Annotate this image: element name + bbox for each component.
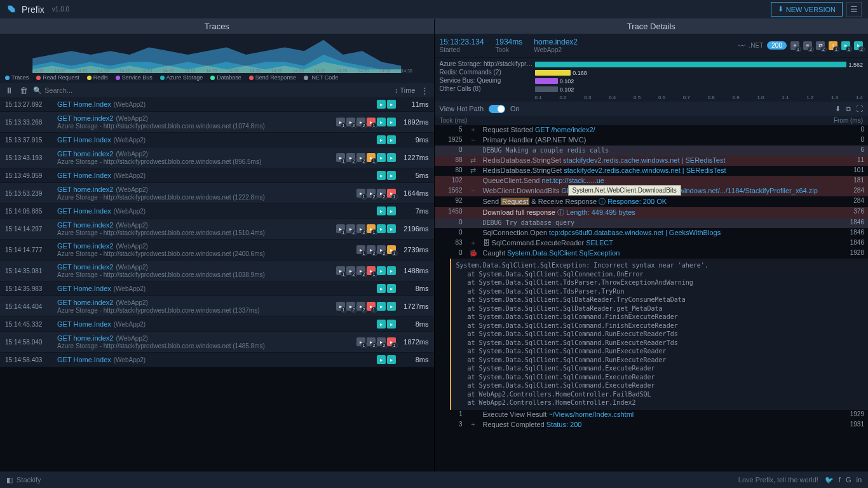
- detail-summary: 15:13:23.134Started 1934msTook home.inde…: [435, 34, 869, 58]
- trace-row[interactable]: 15:14:14.777 GET home.index2(WebApp2)Azu…: [0, 240, 434, 261]
- trace-duration: 7ms: [396, 207, 429, 215]
- trace-title: GET home.index2: [57, 242, 113, 250]
- trace-row[interactable]: 15:13:49.059 GET Home.Index(WebApp2) ▸▸ …: [0, 168, 434, 183]
- trace-row[interactable]: 15:13:27.892 GET Home.Index(WebApp2) ▸▸ …: [0, 97, 434, 112]
- hover-tooltip: System.Net.WebClient.DownloadBits: [568, 185, 681, 196]
- trace-row[interactable]: 15:13:33.268 GET home.index2(WebApp2)Azu…: [0, 112, 434, 133]
- sort-time-label[interactable]: ↕ Time: [395, 86, 415, 94]
- svg-text:14:20: 14:20: [249, 69, 261, 73]
- trace-duration: 8ms: [396, 320, 429, 328]
- chart-legend: TracesRead RequestRedisService BusAzure …: [5, 73, 429, 82]
- clear-button[interactable]: 🗑: [18, 85, 29, 97]
- bar-fill: [535, 86, 558, 92]
- trace-title: GET Home.Index: [57, 207, 111, 215]
- footer-tagline: Love Prefix, tell the world!: [738, 476, 818, 484]
- new-version-button[interactable]: ⬇ NEW VERSION: [771, 2, 843, 17]
- hotpath-toggle[interactable]: [489, 105, 505, 113]
- trace-badge-icon: ▸: [387, 320, 396, 329]
- trace-badge-icon: ▸1: [367, 302, 376, 311]
- trace-title: GET home.index2: [57, 221, 113, 229]
- event-row[interactable]: 1450Download full response ⓘ Length: 449…: [435, 207, 869, 218]
- copy-icon[interactable]: ⧉: [846, 105, 851, 113]
- event-row[interactable]: 5+Request Started GET /home/index2/0: [435, 125, 869, 135]
- trace-badge-icon: ▸2: [367, 189, 376, 198]
- svg-text:14:10: 14:10: [163, 69, 174, 73]
- trace-timestamp: 15:14:14.297: [5, 226, 57, 233]
- trace-subtitle: Azure Storage - http://stackifyprodwest.…: [57, 158, 336, 165]
- trace-app: (WebApp2): [116, 115, 147, 122]
- google-icon[interactable]: G: [846, 476, 851, 484]
- bar-label: Service Bus: Queuing: [440, 77, 535, 85]
- event-row[interactable]: 0DEBUG Making a couple redis calls6: [435, 146, 869, 156]
- trace-timestamp: 15:14:06.885: [5, 208, 57, 215]
- trace-duration: 1872ms: [396, 338, 429, 346]
- trace-title: GET home.index2: [57, 299, 113, 306]
- trace-timestamp: 15:14:35.983: [5, 285, 57, 292]
- expand-icon[interactable]: ⛶: [856, 105, 863, 113]
- pause-button[interactable]: ⏸: [4, 85, 15, 97]
- event-row[interactable]: 0🐞Caught System.Data.SqlClient.SqlExcept…: [435, 248, 869, 259]
- linkedin-icon[interactable]: in: [856, 476, 862, 484]
- events-list[interactable]: System.Net.WebClient.DownloadBits 5+Requ…: [435, 125, 869, 471]
- event-row[interactable]: 0SqlConnection.Open tcp:dpcs6tluf0.datab…: [435, 228, 869, 238]
- trace-title: GET home.index2: [57, 114, 113, 122]
- trace-row[interactable]: 15:14:35.983 GET Home.Index(WebApp2) ▸▸ …: [0, 281, 434, 296]
- trace-row[interactable]: 15:14:14.297 GET home.index2(WebApp2)Azu…: [0, 219, 434, 240]
- svg-text:14:00: 14:00: [32, 69, 44, 73]
- trace-row[interactable]: 15:14:06.885 GET Home.Index(WebApp2) ▸▸ …: [0, 204, 434, 219]
- route-value: home.index2: [534, 37, 578, 46]
- trace-app: (WebApp2): [116, 151, 147, 158]
- stack-trace: System.Data.SqlClient.SqlException: Inco…: [450, 259, 869, 410]
- status-badge: 200: [767, 41, 787, 50]
- trace-timestamp: 15:14:45.332: [5, 321, 57, 328]
- svg-text:14:20: 14:20: [271, 69, 283, 73]
- trace-badge-icon: ▸1: [367, 153, 376, 162]
- stackify-logo-icon: ◧: [6, 476, 13, 484]
- event-row[interactable]: 1Execute View Result ~/Views/home/Index.…: [435, 410, 869, 420]
- trace-app: (WebApp2): [116, 186, 147, 193]
- trace-timestamp: 15:13:37.915: [5, 137, 57, 144]
- trace-timestamp: 15:13:33.268: [5, 119, 57, 126]
- event-row[interactable]: 3+Request Completed Status: 2001931: [435, 420, 869, 430]
- footer: ◧ Stackify Love Prefix, tell the world! …: [0, 471, 868, 488]
- trace-subtitle: Azure Storage - http://stackifyprodwest.…: [57, 342, 356, 349]
- bar-fill: [535, 62, 847, 67]
- event-row[interactable]: 80⇄RedisDatabase.StringGet stackifydev2.…: [435, 166, 869, 176]
- twitter-icon[interactable]: 🐦: [825, 476, 834, 484]
- trace-row[interactable]: 15:13:53.239 GET home.index2(WebApp2)Azu…: [0, 183, 434, 204]
- trace-badge-icon: ▸: [387, 302, 396, 311]
- tag-icon: ▸2: [854, 41, 863, 50]
- trace-row[interactable]: 15:14:58.040 GET home.index2(WebApp2)Azu…: [0, 332, 434, 353]
- filter-button[interactable]: ⋮: [419, 85, 430, 97]
- trace-title: GET home.index2: [57, 334, 113, 342]
- trace-row[interactable]: 15:14:44.404 GET home.index2(WebApp2)Azu…: [0, 296, 434, 317]
- trace-row[interactable]: 15:13:43.193 GET home.index2(WebApp2)Azu…: [0, 147, 434, 168]
- trace-subtitle: Azure Storage - http://stackifyprodwest.…: [57, 123, 336, 130]
- trace-timestamp: 15:14:35.081: [5, 268, 57, 274]
- menu-button[interactable]: ☰: [846, 2, 862, 17]
- trace-badge-icon: ▸2: [356, 302, 365, 311]
- event-row[interactable]: 0DEBUG Try database query1846: [435, 218, 869, 228]
- trace-timestamp: 15:13:53.239: [5, 190, 57, 197]
- svg-text:14:10: 14:10: [184, 69, 196, 73]
- facebook-icon[interactable]: f: [839, 476, 841, 484]
- download-icon[interactable]: ⬇: [835, 105, 841, 113]
- event-row[interactable]: 1925−Primary Handler (ASP.NET MVC)0: [435, 135, 869, 146]
- trace-row[interactable]: 15:14:58.403 GET Home.Index(WebApp2) ▸▸ …: [0, 353, 434, 367]
- chart-icon[interactable]: 〰: [738, 42, 745, 50]
- bar-label: Azure Storage: http://stackifyprodwes...: [440, 60, 535, 69]
- event-row[interactable]: 83+🗄 SqlCommand.ExecuteReader SELECT1846: [435, 238, 869, 248]
- trace-badge-icon: ▸2: [367, 245, 376, 254]
- bar-value: 0.102: [560, 78, 574, 85]
- trace-duration: 2196ms: [396, 225, 429, 233]
- svg-text:14:30: 14:30: [401, 69, 412, 73]
- traces-chart: 14:0014:0014:1014:1014:1014:1014:1014:10…: [0, 34, 434, 83]
- search-input[interactable]: [44, 86, 391, 94]
- trace-row[interactable]: 15:14:45.332 GET Home.Index(WebApp2) ▸▸ …: [0, 317, 434, 332]
- traces-list[interactable]: 15:13:27.892 GET Home.Index(WebApp2) ▸▸ …: [0, 97, 434, 471]
- trace-row[interactable]: 15:13:37.915 GET Home.Index(WebApp2) ▸▸ …: [0, 133, 434, 147]
- event-row[interactable]: 88⇄RedisDatabase.StringSet stackifydev2.…: [435, 156, 869, 166]
- trace-row[interactable]: 15:14:35.081 GET home.index2(WebApp2)Azu…: [0, 261, 434, 281]
- trace-subtitle: Azure Storage - http://stackifyprodwest.…: [57, 271, 336, 278]
- event-row[interactable]: 92Send Request & Receive Response ⓘ Resp…: [435, 196, 869, 207]
